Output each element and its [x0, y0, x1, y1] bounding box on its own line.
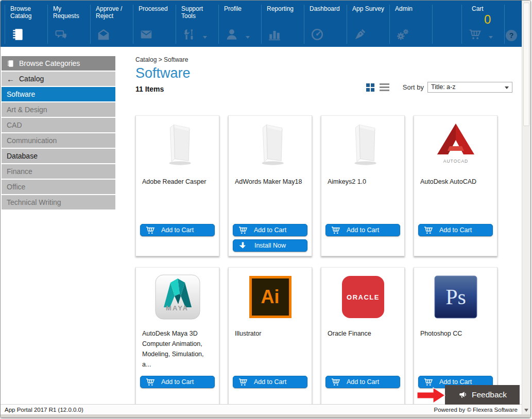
sidebar-header: Browse Categories [2, 56, 115, 71]
add-to-cart-button[interactable]: Add to Cart [325, 376, 400, 388]
product-title: Illustrator [229, 328, 312, 339]
feedback-button[interactable]: Feedback [445, 385, 520, 405]
product-card-autodesk-maya-3d-computer-anim[interactable]: MAYAAutoDesk Maya 3D Computer Animation,… [135, 267, 219, 404]
product-image: ORACLE [321, 268, 404, 323]
button-label: Install Now [254, 242, 286, 249]
nav-spacer [432, 1, 461, 47]
nav-item-browse-catalog[interactable]: Browse Catalog [5, 1, 47, 47]
chevron-down-icon [203, 36, 207, 39]
product-image [229, 116, 312, 171]
install-now-button[interactable]: Install Now [233, 239, 307, 252]
add-to-cart-button[interactable]: Add to Cart [325, 224, 400, 236]
product-image [321, 116, 404, 171]
nav-item-cart[interactable]: Cart 0 [461, 1, 504, 47]
software-box-image [154, 121, 201, 169]
product-card-autodesk-autocad[interactable]: AUTOCADAutoDesk AutoCADAdd to Cart [414, 115, 497, 256]
button-label: Add to Cart [439, 226, 472, 234]
gears-icon [396, 28, 409, 41]
cart-icon [423, 377, 433, 387]
sidebar-back-label: Catalog [19, 75, 44, 83]
top-nav: Browse CatalogMy RequestsApprove / Rejec… [1, 1, 522, 47]
nav-item-app-survey[interactable]: App Survey [347, 1, 389, 47]
illustrator-logo: Ai [249, 276, 291, 318]
nav-item-help[interactable]: ? [504, 1, 520, 47]
product-image: Ps [414, 268, 497, 323]
button-label: Add to Cart [254, 226, 286, 234]
sidebar-item-communication[interactable]: Communication [2, 133, 115, 148]
product-card-adobe-reader-casper[interactable]: Adobe Reader CasperAdd to Cart [135, 115, 219, 256]
sidebar-item-database[interactable]: Database [2, 149, 115, 163]
nav-item-label: Approve / Reject [90, 1, 133, 20]
red-pointer-arrow-icon [417, 387, 445, 404]
nav-item-processed[interactable]: Processed [133, 1, 176, 47]
feedback-label: Feedback [472, 390, 507, 399]
nav-item-label: Dashboard [304, 1, 347, 12]
add-to-cart-button[interactable]: Add to Cart [233, 224, 307, 236]
scrollbar-down-icon[interactable] [524, 409, 528, 412]
sort-select-value: Title: a-z [431, 83, 455, 91]
add-to-cart-button[interactable]: Add to Cart [140, 224, 215, 236]
cart-icon [145, 225, 155, 235]
nav-item-support-tools[interactable]: Support Tools [176, 1, 218, 47]
maya-logo: MAYA [155, 274, 200, 320]
help-icon[interactable]: ? [506, 30, 517, 41]
nav-item-dashboard[interactable]: Dashboard [304, 1, 347, 47]
button-label: Add to Cart [439, 378, 472, 386]
sidebar-item-art-design[interactable]: Art & Design [2, 102, 115, 117]
envelope-icon [140, 28, 153, 41]
photoshop-logo: Ps [434, 275, 477, 319]
nav-item-admin[interactable]: Admin [389, 1, 432, 47]
sidebar-item-cad[interactable]: CAD [2, 118, 115, 132]
nav-item-reporting[interactable]: Reporting [261, 1, 304, 47]
nav-item-label: Processed [133, 1, 176, 12]
product-title: Adobe Reader Casper [136, 177, 219, 187]
sidebar-back-catalog[interactable]: ← Catalog [2, 72, 115, 86]
vertical-scrollbar[interactable] [522, 1, 530, 414]
grid-view-icon[interactable] [366, 83, 374, 92]
dropdown-arrow-icon [505, 86, 509, 89]
page-title: Software [135, 65, 522, 81]
sidebar-item-office[interactable]: Office [2, 180, 115, 194]
product-card-photoshop-cc[interactable]: PsPhotoshop CCAdd to Cart [414, 267, 497, 404]
chat-icon [54, 28, 67, 41]
autocad-logo-text: AUTOCAD [443, 159, 468, 164]
sidebar-item-technical-writing[interactable]: Technical Writing [2, 195, 115, 210]
sort-select[interactable]: Title: a-z [427, 82, 512, 93]
product-card-oracle-finance[interactable]: ORACLEOracle FinanceAdd to Cart [321, 267, 405, 404]
oracle-logo: ORACLE [341, 275, 385, 319]
product-card-aimkeys2-1-0[interactable]: Aimkeys2 1.0Add to Cart [321, 115, 405, 256]
nav-item-label: Profile [218, 1, 261, 12]
nav-item-approve-reject[interactable]: Approve / Reject [90, 1, 133, 47]
add-to-cart-button[interactable]: Add to Cart [418, 224, 493, 236]
product-title: AutoDesk AutoCAD [414, 177, 497, 187]
card-buttons: Add to Cart [325, 224, 400, 236]
card-buttons: Add to Cart [325, 376, 400, 388]
breadcrumb[interactable]: Catalog > Software [135, 56, 522, 63]
software-box-image [339, 121, 387, 169]
add-to-cart-button[interactable]: Add to Cart [233, 376, 307, 388]
product-card-adwords-maker-may18[interactable]: AdWords Maker May18Add to CartInstall No… [228, 115, 312, 256]
oracle-logo-text: ORACLE [347, 293, 380, 301]
open-envelope-icon [97, 28, 110, 41]
product-card-illustrator[interactable]: AiIllustratorAdd to Cart [228, 267, 312, 404]
nav-item-label: App Survey [347, 1, 389, 12]
back-arrow-icon: ← [7, 75, 14, 83]
add-to-cart-button[interactable]: Add to Cart [140, 376, 215, 388]
cart-icon [238, 225, 248, 235]
product-image: Ai [229, 268, 312, 323]
nav-item-my-requests[interactable]: My Requests [47, 1, 90, 47]
footer: App Portal 2017 R1 (12.0.0.0) Powered by… [1, 404, 522, 414]
nav-item-profile[interactable]: Profile [218, 1, 261, 47]
cart-icon [238, 377, 248, 387]
nav-item-label: Support Tools [176, 1, 218, 20]
sidebar-item-finance[interactable]: Finance [2, 164, 115, 179]
cart-icon [145, 377, 155, 387]
product-title: AutoDesk Maya 3D Computer Animation, Mod… [136, 328, 219, 370]
sidebar-header-label: Browse Categories [19, 59, 80, 67]
list-view-icon[interactable] [380, 83, 389, 91]
app-window: Browse CatalogMy RequestsApprove / Rejec… [0, 0, 531, 418]
megaphone-icon [458, 390, 468, 400]
scrollbar-thumb[interactable] [523, 3, 529, 126]
product-image [136, 116, 219, 171]
sidebar-item-software[interactable]: Software [2, 87, 115, 101]
